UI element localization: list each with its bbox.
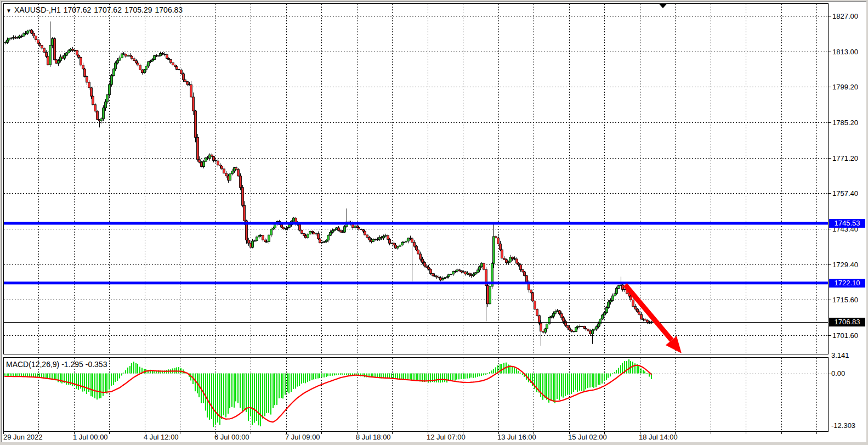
price-tick-label: 1799.20 <box>832 83 866 91</box>
candlestick-series[interactable] <box>4 21 653 346</box>
resistance-level-badge: 1745.53 <box>829 219 865 228</box>
current-price-badge: 1706.83 <box>829 318 865 326</box>
time-tick-label: 6 Jul 00:00 <box>214 433 249 441</box>
time-tick-label: 13 Jul 16:00 <box>497 433 536 441</box>
macd-histogram <box>4 359 652 427</box>
price-tick-label: 1757.40 <box>832 189 866 198</box>
macd-indicator-label: MACD(12,26,9) -1.295 -0.353 <box>6 360 107 369</box>
down-arrow-annotation[interactable] <box>625 285 682 353</box>
macd-axis-zero: 0.00 <box>831 369 865 378</box>
time-tick-label: 29 Jun 2022 <box>3 433 43 441</box>
symbol-marker-icon: ▼ <box>6 8 12 14</box>
symbol-label: XAUUSD-,H1 <box>14 5 61 14</box>
macd-axis-min: -12.303 <box>831 421 865 430</box>
time-tick-label: 1 Jul 00:00 <box>73 433 108 441</box>
price-tick-label: 1729.40 <box>832 261 866 269</box>
support-level-badge: 1722.10 <box>829 279 865 288</box>
time-tick-label: 15 Jul 02:00 <box>568 433 607 441</box>
chart-client-area[interactable]: ▼XAUUSD-,H11707.621707.621705.291706.83 … <box>1 1 866 442</box>
chart-window: ▼XAUUSD-,H11707.621707.621705.291706.83 … <box>0 0 868 445</box>
price-tick-label: 1771.20 <box>832 154 866 162</box>
macd-axis-max: 3.141 <box>831 351 865 359</box>
price-tick-label: 1827.00 <box>832 12 866 20</box>
price-tick-label: 1813.00 <box>832 48 866 56</box>
ohlc-low: 1705.29 <box>124 5 152 14</box>
ohlc-close: 1706.83 <box>155 5 183 14</box>
price-tick-label: 1785.20 <box>832 119 866 127</box>
time-tick-label: 18 Jul 14:00 <box>639 433 678 441</box>
time-tick-label: 7 Jul 09:00 <box>285 433 320 441</box>
price-tick-label: 1701.60 <box>832 331 866 340</box>
ohlc-high: 1707.62 <box>94 5 122 14</box>
time-tick-label: 12 Jul 07:00 <box>427 433 466 441</box>
ohlc-open: 1707.62 <box>64 5 92 14</box>
symbol-header: ▼XAUUSD-,H11707.621707.621705.291706.83 <box>6 5 185 14</box>
time-tick-label: 8 Jul 18:00 <box>356 433 391 441</box>
chart-canvas[interactable] <box>2 2 868 445</box>
chart-shift-marker-icon <box>659 4 667 8</box>
time-tick-label: 4 Jul 12:00 <box>144 433 179 441</box>
gridlines <box>4 4 828 431</box>
panel-divider[interactable] <box>3 354 829 358</box>
price-tick-label: 1715.60 <box>832 296 866 304</box>
